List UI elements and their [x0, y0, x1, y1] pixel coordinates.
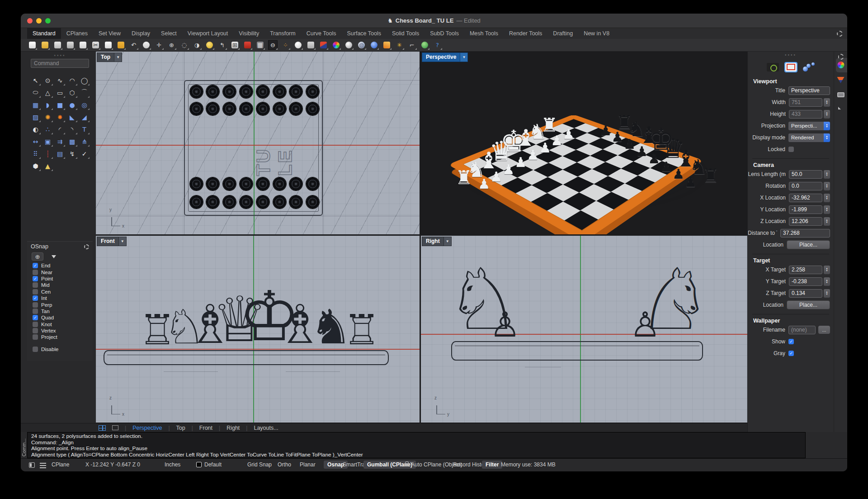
osnap-knot-checkbox[interactable]: [33, 322, 38, 327]
chess-piece-top-view[interactable]: [289, 102, 302, 115]
prop-stepper-lens-length-m[interactable]: ▲▼: [824, 170, 830, 179]
prop-stepper-y-location[interactable]: ▲▼: [824, 205, 830, 214]
zoom-lens-icon[interactable]: [205, 41, 214, 49]
viewport-perspective-label[interactable]: Perspective ▼: [422, 52, 468, 62]
undo-icon[interactable]: ↶: [129, 41, 138, 49]
osnap-tan-checkbox[interactable]: [33, 309, 38, 314]
control-point-curve-tool[interactable]: ∿: [54, 74, 66, 86]
prop-input-distance-to-tar[interactable]: [780, 229, 830, 238]
sphere-wire-icon[interactable]: ◍: [357, 41, 366, 49]
viewport-tab-top[interactable]: Top: [176, 425, 185, 431]
point-lamp-icon[interactable]: ⁘: [281, 41, 290, 49]
menu-tab-standard[interactable]: Standard: [27, 28, 61, 39]
chess-piece-top-view[interactable]: [289, 177, 302, 190]
status-pane-icon[interactable]: [29, 462, 35, 469]
viewport-perspective[interactable]: ♜♞♝♛♚♝♞♜♟♟♟♟♟♟♟♟♜♞♝♛♚♝♞♜♟♟♟♟♟♟♟♟ Perspec…: [421, 52, 747, 234]
chess-piece-black[interactable]: ♟: [636, 145, 648, 158]
chess-piece-black[interactable]: ♟: [600, 124, 612, 138]
chess-piece-top-view[interactable]: [306, 85, 319, 98]
prop-button-location[interactable]: Place...: [787, 240, 830, 249]
paste-icon[interactable]: [117, 41, 125, 49]
menu-tab-transform[interactable]: Transform: [264, 28, 301, 39]
viewport-layout-icon[interactable]: ⊞: [231, 41, 239, 49]
sidebar-drag-dots[interactable]: ••••: [27, 53, 93, 58]
shield-v-icon[interactable]: [319, 41, 328, 49]
viewport-front-label[interactable]: Front ▼: [97, 237, 127, 246]
menu-tab-solid-tools[interactable]: Solid Tools: [387, 28, 425, 39]
prop-browse-button[interactable]: ...: [818, 326, 830, 334]
patch-surface-tool[interactable]: ▨: [29, 111, 42, 123]
viewport-front[interactable]: ♖♘♗♕♔♗♞♖ zx Front ▼: [96, 236, 420, 423]
gear-burst-icon[interactable]: ✳: [395, 41, 404, 49]
chess-piece-top-view[interactable]: [273, 195, 286, 209]
array-fence-tool[interactable]: ⋔: [78, 135, 90, 147]
viewport-tab-perspective[interactable]: Perspective: [132, 425, 162, 431]
dimension-icon[interactable]: ⌐: [408, 41, 416, 49]
chess-piece-black[interactable]: ♟: [685, 176, 697, 189]
viewport-right-dropdown-icon[interactable]: ▼: [444, 237, 452, 246]
chess-piece-top-view[interactable]: [273, 85, 286, 98]
chess-piece-black[interactable]: ♟: [612, 130, 624, 144]
prop-input-width[interactable]: [789, 98, 822, 107]
osnap-cen-checkbox[interactable]: [33, 289, 38, 295]
chess-piece-top-view[interactable]: [206, 85, 219, 98]
notebook-tool[interactable]: ▤: [54, 147, 66, 160]
polyline-tool[interactable]: △: [42, 86, 54, 99]
prop-stepper-y-target[interactable]: ▲▼: [824, 277, 830, 286]
chess-piece-white[interactable]: ♟: [515, 156, 527, 169]
chess-piece-top-view[interactable]: [190, 85, 203, 98]
prop-input-y-location[interactable]: [789, 205, 822, 214]
blend-curve-tool[interactable]: ◝: [66, 123, 78, 135]
copy-icon[interactable]: [104, 41, 113, 49]
chess-piece-top-view[interactable]: [256, 85, 269, 98]
status-list-icon[interactable]: [40, 463, 46, 470]
prop-input-lens-length-m[interactable]: [789, 170, 822, 179]
prop-button-location[interactable]: Place...: [787, 300, 830, 309]
earth-render-icon[interactable]: [420, 41, 429, 49]
center-mark-tool[interactable]: ┊: [42, 147, 54, 160]
osnap-filter-funnel-icon[interactable]: [48, 252, 60, 261]
pyramid-tool[interactable]: ▲: [42, 160, 54, 172]
osnap-end-checkbox[interactable]: ✓: [33, 263, 38, 268]
prop-input-z-target[interactable]: [789, 289, 822, 298]
osnap-int-checkbox[interactable]: ✓: [33, 295, 38, 301]
osnap-vertex-checkbox[interactable]: [33, 328, 38, 333]
rectangle-tool[interactable]: ▭: [54, 86, 66, 99]
camera-properties-icon[interactable]: [767, 63, 779, 71]
chess-piece-top-view[interactable]: [223, 85, 236, 98]
viewport-top-label[interactable]: Top ▼: [97, 52, 122, 62]
viewport-properties-icon[interactable]: [785, 63, 797, 71]
new-file-icon[interactable]: [28, 41, 37, 49]
circle-tool[interactable]: ◯: [78, 74, 90, 86]
light-bulb-icon[interactable]: [294, 41, 302, 49]
prop-stepper-z-target[interactable]: ▲▼: [824, 289, 830, 298]
pan-hand-icon[interactable]: [142, 41, 151, 49]
prop-input-x-location[interactable]: [789, 194, 822, 202]
chess-piece-top-view[interactable]: [306, 195, 319, 209]
osnap-mid-checkbox[interactable]: [33, 282, 38, 288]
command-input[interactable]: [31, 59, 89, 68]
viewport-top-title[interactable]: Top: [97, 52, 114, 62]
lock-icon[interactable]: [307, 41, 315, 49]
prop-stepper-x-target[interactable]: ▲▼: [824, 266, 830, 274]
osnap-perp-checkbox[interactable]: [33, 302, 38, 308]
prop-checkbox-locked[interactable]: [788, 147, 794, 152]
curve-tool[interactable]: ◠: [66, 74, 78, 86]
chess-piece-top-view[interactable]: [306, 102, 319, 115]
prop-dropdown-stepper-display-mode[interactable]: ▲▼: [824, 133, 830, 142]
chess-piece-top-view[interactable]: [289, 85, 302, 98]
chess-piece-white[interactable]: ♟: [563, 128, 575, 141]
menu-tab-curve-tools[interactable]: Curve Tools: [301, 28, 342, 39]
point-tool[interactable]: ⊙: [42, 74, 54, 86]
cut-icon[interactable]: ✂: [91, 41, 100, 49]
panel-drag-dots[interactable]: ••••: [748, 52, 834, 57]
torus-tool[interactable]: ◎: [78, 99, 90, 111]
chess-piece-top-view[interactable]: [273, 102, 286, 115]
save-icon[interactable]: [53, 41, 62, 49]
prop-input-title[interactable]: [788, 86, 830, 95]
split-tool[interactable]: ◢: [78, 111, 90, 123]
chess-piece-top-view[interactable]: [306, 177, 319, 190]
sphere-tool[interactable]: ●: [66, 99, 78, 111]
menu-tab-select[interactable]: Select: [156, 28, 182, 39]
single-viewport-layout-icon[interactable]: [112, 425, 118, 430]
